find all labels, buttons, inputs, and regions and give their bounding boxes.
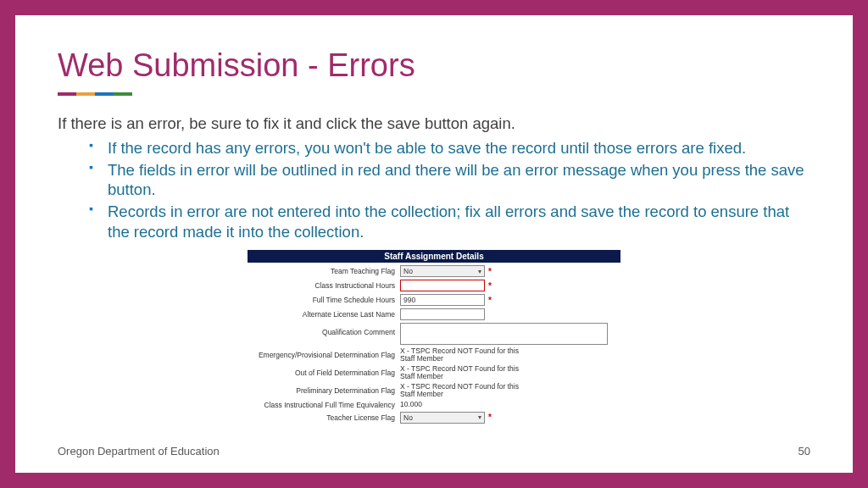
readonly-value: X - TSPC Record NOT Found for this Staff… — [400, 365, 527, 380]
footer-page-number: 50 — [798, 445, 810, 458]
field-label: Alternate License Last Name — [248, 310, 400, 319]
title-accent-bar — [58, 92, 132, 96]
form-row-qualification-comment: Qualification Comment — [248, 323, 620, 345]
field-label: Preliminary Determination Flag — [248, 386, 400, 395]
full-time-hours-input[interactable]: 990 — [400, 294, 485, 306]
form-row-teacher-license: Teacher License Flag No * — [248, 412, 620, 424]
field-label: Class Instructional Full Time Equivalenc… — [248, 401, 400, 409]
bullet-list: If the record has any errors, you won't … — [58, 138, 810, 241]
required-asterisk-icon: * — [488, 281, 492, 291]
field-label: Teacher License Flag — [248, 413, 400, 422]
form-row-emergency: Emergency/Provisional Determination Flag… — [248, 347, 620, 363]
class-hours-input[interactable] — [400, 280, 485, 291]
bullet-item: Records in error are not entered into th… — [104, 202, 810, 241]
field-label: Qualification Comment — [248, 323, 400, 336]
required-asterisk-icon: * — [488, 296, 492, 305]
form-row-alt-license: Alternate License Last Name — [248, 308, 620, 320]
field-label: Team Teaching Flag — [248, 267, 400, 275]
qualification-comment-textarea[interactable] — [400, 323, 608, 345]
page-title: Web Submission - Errors — [58, 47, 810, 84]
teacher-license-select[interactable]: No — [400, 412, 485, 424]
footer-organization: Oregon Department of Education — [58, 445, 220, 458]
embedded-form-screenshot: Staff Assignment Details Team Teaching F… — [248, 250, 620, 424]
form-row-full-time: Full Time Schedule Hours 990 * — [248, 294, 620, 306]
form-row-class-hours: Class Instructional Hours * — [248, 280, 620, 291]
bullet-item: The fields in error will be outlined in … — [104, 160, 810, 200]
slide-outer-frame: Web Submission - Errors If there is an e… — [0, 0, 868, 488]
readonly-value: 10.000 — [400, 401, 422, 408]
form-row-team-teaching: Team Teaching Flag No * — [248, 265, 620, 277]
field-label: Emergency/Provisional Determination Flag — [248, 351, 400, 359]
bullet-item: If the record has any errors, you won't … — [104, 138, 810, 158]
alt-license-input[interactable] — [400, 308, 485, 320]
form-row-prelim: Preliminary Determination Flag X - TSPC … — [248, 383, 620, 398]
team-teaching-select[interactable]: No — [400, 265, 485, 277]
readonly-value: X - TSPC Record NOT Found for this Staff… — [400, 347, 527, 363]
field-label: Out of Field Determination Flag — [248, 369, 400, 377]
field-label: Full Time Schedule Hours — [248, 296, 400, 304]
required-asterisk-icon: * — [488, 413, 492, 422]
slide-body: Web Submission - Errors If there is an e… — [15, 15, 853, 473]
readonly-value: X - TSPC Record NOT Found for this Staff… — [400, 383, 527, 398]
form-header-bar: Staff Assignment Details — [248, 250, 620, 263]
intro-text: If there is an error, be sure to fix it … — [58, 114, 810, 133]
field-label: Class Instructional Hours — [248, 281, 400, 290]
form-row-outfield: Out of Field Determination Flag X - TSPC… — [248, 365, 620, 380]
required-asterisk-icon: * — [488, 267, 492, 276]
form-row-fte: Class Instructional Full Time Equivalenc… — [248, 401, 620, 409]
